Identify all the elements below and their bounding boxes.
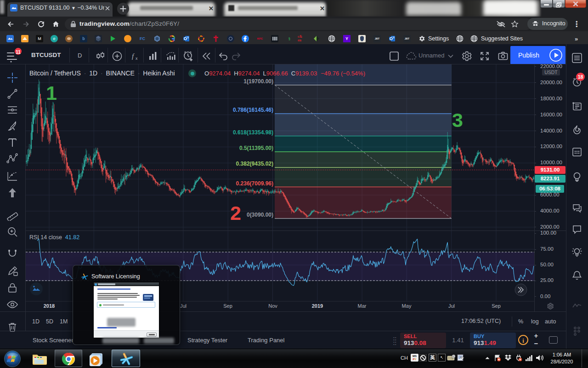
svg-text:f: f	[132, 52, 135, 60]
svg-text:1: 1	[46, 82, 57, 104]
svg-text:x: x	[136, 56, 138, 61]
svg-text:3: 3	[452, 109, 463, 131]
